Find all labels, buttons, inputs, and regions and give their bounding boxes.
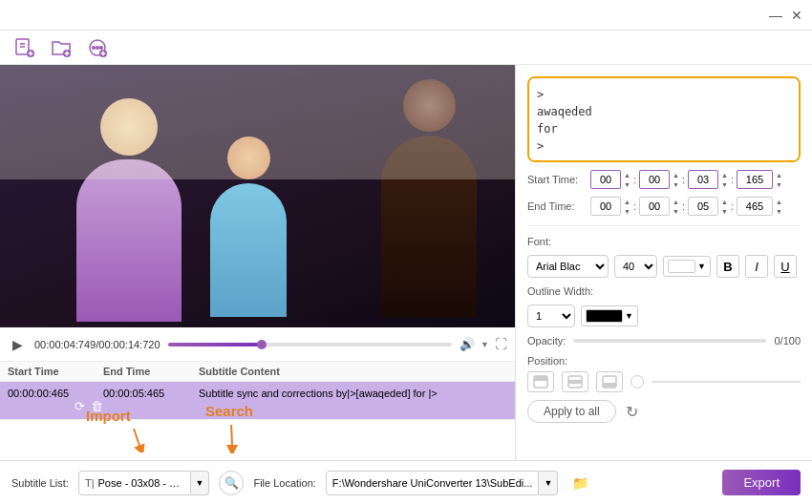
left-panel: ▶ 00:00:04:749/00:00:14:720 🔊 ▼ ⛶ Start …	[0, 65, 516, 460]
opacity-slider[interactable]	[573, 339, 766, 343]
apply-all-button[interactable]: Apply to all	[527, 400, 616, 423]
outline-width-select[interactable]: 1	[527, 304, 575, 327]
outline-row: 1 ▼	[527, 304, 801, 327]
progress-fill	[168, 343, 262, 346]
end-s[interactable]	[688, 197, 718, 216]
pos-top-left-button[interactable]	[527, 371, 554, 392]
progress-bar[interactable]	[168, 343, 453, 346]
start-ms-up[interactable]: ▲	[776, 170, 782, 179]
play-button[interactable]: ▶	[8, 335, 27, 354]
start-ms-down[interactable]: ▼	[776, 179, 782, 189]
opacity-value: 0/100	[774, 335, 801, 346]
start-m-down[interactable]: ▼	[673, 179, 679, 189]
subtitle-dropdown-arrow: ▼	[196, 478, 204, 488]
end-m[interactable]	[639, 197, 670, 216]
row-actions: ⟳ 🗑	[8, 399, 103, 413]
svg-point-11	[96, 46, 99, 50]
pos-center-button[interactable]	[562, 371, 588, 392]
sync-icon[interactable]: ⟳	[75, 399, 85, 413]
row-content: Subtitle sync and corrections by|>[awaqe…	[199, 388, 507, 399]
start-h-up[interactable]: ▲	[624, 170, 630, 179]
col-content: Subtitle Content	[199, 366, 507, 377]
subtitle-file-icon: T|	[85, 477, 95, 489]
svg-rect-21	[603, 383, 616, 388]
subtitle-dropdown-button[interactable]: ▼	[191, 471, 210, 495]
table-header: Start Time End Time Subtitle Content	[0, 362, 515, 382]
underline-button[interactable]: U	[774, 255, 797, 278]
end-h[interactable]	[590, 197, 621, 216]
end-time-label: End Time:	[527, 200, 585, 212]
end-time-fields: ▲▼ : ▲▼ : ▲▼ : ▲▼	[590, 197, 782, 216]
end-h-up[interactable]: ▲	[624, 197, 630, 206]
font-family-select[interactable]: Arial Blac	[527, 255, 609, 278]
bold-button[interactable]: B	[716, 255, 739, 278]
bottom-wrapper: Import Search Subtitle List: T| Pose - 0…	[0, 460, 812, 504]
minimize-button[interactable]: —	[768, 8, 783, 23]
position-track	[652, 381, 801, 383]
outline-color-picker[interactable]: ▼	[581, 305, 638, 326]
start-h[interactable]	[590, 170, 621, 189]
italic-button[interactable]: I	[745, 255, 768, 278]
end-ms[interactable]	[737, 197, 773, 216]
video-controls: ▶ 00:00:04:749/00:00:14:720 🔊 ▼ ⛶	[0, 327, 515, 362]
end-m-down[interactable]: ▼	[673, 206, 679, 216]
subtitle-text-area[interactable]: > awaqeded for >	[527, 76, 801, 162]
browse-folder-button[interactable]: 📁	[567, 471, 592, 495]
subtitle-file-box[interactable]: T| Pose - 03x08 - Ser...	[78, 471, 191, 495]
end-ms-up[interactable]: ▲	[776, 197, 782, 206]
outline-section-label: Outline Width:	[527, 285, 801, 297]
start-ms[interactable]	[737, 170, 773, 189]
start-h-down[interactable]: ▼	[624, 179, 630, 189]
right-panel: > awaqeded for > Start Time: ▲▼ : ▲▼ : ▲…	[516, 65, 812, 460]
svg-point-12	[99, 46, 103, 50]
title-bar: — ✕	[0, 0, 812, 31]
time-display: 00:00:04:749/00:00:14:720	[34, 339, 160, 350]
volume-icon[interactable]: 🔊	[459, 337, 475, 351]
volume-dropdown[interactable]: ▼	[481, 340, 489, 349]
end-s-down[interactable]: ▼	[721, 206, 728, 216]
file-location-dropdown-button[interactable]: ▼	[539, 471, 558, 495]
start-s-up[interactable]: ▲	[721, 170, 728, 179]
add-folder-icon[interactable]	[48, 34, 75, 61]
font-color-picker[interactable]: ▼	[663, 256, 711, 277]
end-m-up[interactable]: ▲	[673, 197, 679, 206]
delete-row-icon[interactable]: 🗑	[91, 399, 103, 413]
start-time-label: Start Time:	[527, 174, 585, 185]
start-time-row: Start Time: ▲▼ : ▲▼ : ▲▼ : ▲▼	[527, 170, 801, 189]
main-content: ▶ 00:00:04:749/00:00:14:720 🔊 ▼ ⛶ Start …	[0, 65, 812, 460]
start-s[interactable]	[688, 170, 718, 189]
col-end-time: End Time	[103, 366, 199, 377]
end-s-up[interactable]: ▲	[721, 197, 728, 206]
pos-bottom-button[interactable]	[596, 371, 623, 392]
start-m[interactable]	[639, 170, 670, 189]
add-special-icon[interactable]	[84, 34, 111, 61]
file-location-box[interactable]: F:\Wondershare UniConverter 13\SubEdi...	[326, 471, 540, 495]
position-row	[527, 371, 801, 392]
refresh-icon[interactable]: ↻	[626, 403, 638, 421]
outline-color-swatch	[586, 309, 623, 323]
video-placeholder	[0, 65, 515, 327]
toolbar	[0, 31, 812, 65]
position-custom-circle[interactable]	[630, 375, 644, 388]
start-s-down[interactable]: ▼	[721, 179, 728, 189]
svg-point-10	[92, 46, 96, 50]
table-row[interactable]: 00:00:00:465 00:00:05:465 Subtitle sync …	[0, 382, 515, 420]
end-h-down[interactable]: ▼	[624, 206, 630, 216]
fullscreen-icon[interactable]: ⛶	[495, 337, 507, 351]
col-start-time: Start Time	[8, 366, 103, 377]
font-size-select[interactable]: 40	[614, 255, 657, 278]
end-ms-down[interactable]: ▼	[776, 206, 782, 216]
close-button[interactable]: ✕	[789, 8, 804, 23]
search-button[interactable]: 🔍	[219, 471, 244, 495]
progress-thumb	[257, 340, 267, 349]
start-m-up[interactable]: ▲	[673, 170, 679, 179]
export-button[interactable]: Export	[722, 470, 801, 495]
subtitle-file-name: Pose - 03x08 - Ser...	[98, 477, 184, 489]
subtitle-list-label: Subtitle List:	[11, 477, 69, 489]
add-file-icon[interactable]	[11, 34, 38, 61]
divider-1	[527, 225, 801, 226]
bottom-bar: Subtitle List: T| Pose - 03x08 - Ser... …	[0, 460, 812, 504]
position-label: Position:	[527, 355, 567, 367]
end-time-row: End Time: ▲▼ : ▲▼ : ▲▼ : ▲▼	[527, 197, 801, 216]
opacity-row: Opacity: 0/100	[527, 335, 801, 346]
